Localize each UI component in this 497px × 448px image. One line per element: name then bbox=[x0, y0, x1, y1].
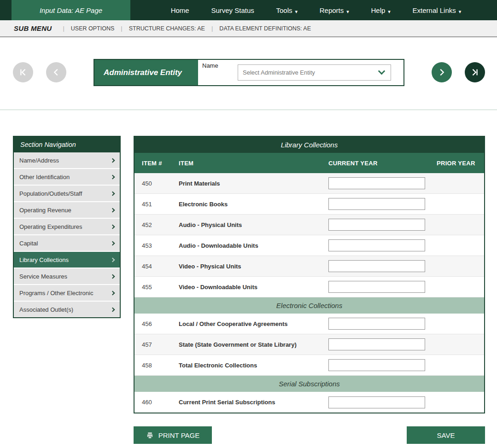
table-row-452: 452 Audio - Physical Units bbox=[134, 215, 484, 235]
section-header-serial-subscriptions: Serial Subscriptions bbox=[134, 376, 484, 392]
chevron-right-icon bbox=[111, 208, 115, 212]
caret-down-icon bbox=[388, 6, 391, 14]
sidebar-item-label: Associated Outlet(s) bbox=[19, 306, 73, 313]
submenu-user-options[interactable]: USER OPTIONS bbox=[71, 25, 114, 32]
record-nav-right-group bbox=[432, 59, 485, 82]
table-row-457: 457 State (State Government or State Lib… bbox=[134, 334, 484, 355]
sidebar-item-operating-expenditures[interactable]: Operating Expenditures bbox=[14, 219, 120, 234]
print-page-label: PRINT PAGE bbox=[158, 431, 199, 439]
sidebar-item-name-address[interactable]: Name/Address bbox=[14, 152, 120, 168]
sidebar-item-associated-outlets[interactable]: Associated Outlet(s) bbox=[14, 302, 120, 317]
submenu-separator: | bbox=[63, 25, 64, 32]
entity-form-area: Name Select Administrative Entity bbox=[198, 60, 403, 85]
item-label: Audio - Physical Units bbox=[179, 221, 328, 228]
sidebar-item-label: Operating Expenditures bbox=[19, 223, 82, 230]
submenu-data-element-definitions-ae[interactable]: DATA ELEMENT DEFINITIONS: AE bbox=[219, 25, 311, 32]
submenu-title: SUB MENU bbox=[14, 24, 52, 32]
nav-external-links-label: External Links bbox=[413, 6, 456, 14]
administrative-entity-select[interactable]: Select Administrative Entity bbox=[238, 64, 391, 81]
nav-home[interactable]: Home bbox=[171, 6, 189, 14]
nav-survey-status[interactable]: Survey Status bbox=[211, 6, 254, 14]
section-header-electronic-collections: Electronic Collections bbox=[134, 297, 484, 314]
first-record-icon bbox=[18, 67, 28, 77]
current-year-input-458[interactable] bbox=[328, 359, 425, 371]
nav-home-label: Home bbox=[171, 6, 189, 14]
sidebar-item-programs-other-electronic[interactable]: Programs / Other Electronic bbox=[14, 285, 120, 301]
chevron-right-icon bbox=[111, 274, 115, 279]
item-label: Current Print Serial Subscriptions bbox=[179, 399, 328, 406]
caret-down-icon bbox=[295, 6, 298, 14]
sub-menu-bar: SUB MENU | USER OPTIONS | STRUCTURE CHAN… bbox=[0, 20, 497, 37]
select-value-text: Select Administrative Entity bbox=[243, 69, 315, 76]
item-number: 455 bbox=[142, 284, 179, 291]
sidebar-item-label: Name/Address bbox=[19, 157, 59, 164]
item-number: 460 bbox=[142, 399, 179, 406]
item-label: Total Electronic Collections bbox=[179, 362, 328, 369]
item-number: 452 bbox=[142, 221, 179, 228]
print-page-button[interactable]: PRINT PAGE bbox=[134, 426, 212, 444]
item-label: Electronic Books bbox=[179, 201, 328, 208]
table-title: Library Collections bbox=[134, 137, 484, 153]
main-content: Section Navigation Name/Address Other Id… bbox=[0, 110, 497, 413]
table-row-450: 450 Print Materials bbox=[134, 173, 484, 194]
table-header-row: ITEM # ITEM CURRENT YEAR PRIOR YEAR bbox=[134, 153, 484, 173]
chevron-right-icon bbox=[111, 257, 115, 262]
table-row-460: 460 Current Print Serial Subscriptions bbox=[134, 392, 484, 413]
table-row-458: 458 Total Electronic Collections bbox=[134, 355, 484, 376]
nav-help[interactable]: Help bbox=[371, 6, 390, 14]
printer-icon bbox=[146, 431, 154, 439]
item-label: Video - Downloadable Units bbox=[179, 284, 328, 291]
chevron-down-icon bbox=[378, 68, 386, 75]
chevron-left-icon bbox=[51, 67, 61, 77]
sidebar-item-label: Other Identification bbox=[19, 174, 70, 180]
sidebar-item-other-identification[interactable]: Other Identification bbox=[14, 169, 120, 185]
current-year-input-457[interactable] bbox=[328, 338, 425, 350]
item-label: Local / Other Cooperative Agreements bbox=[179, 320, 328, 327]
item-label: Audio - Downloadable Units bbox=[179, 242, 328, 249]
current-year-input-454[interactable] bbox=[328, 260, 425, 272]
tab-input-data-ae-page[interactable]: Input Data: AE Page bbox=[12, 0, 130, 20]
sidebar-item-label: Operating Revenue bbox=[19, 207, 71, 214]
chevron-right-icon bbox=[111, 158, 115, 163]
last-record-button[interactable] bbox=[465, 62, 485, 82]
submenu-structure-changes-ae[interactable]: STRUCTURE CHANGES: AE bbox=[129, 25, 205, 32]
column-header-item: ITEM bbox=[179, 160, 328, 167]
chevron-right-icon bbox=[111, 307, 115, 312]
save-label: SAVE bbox=[437, 431, 455, 439]
caret-down-icon bbox=[459, 6, 462, 14]
current-year-input-453[interactable] bbox=[328, 239, 425, 251]
column-header-current-year: CURRENT YEAR bbox=[328, 160, 437, 167]
page-actions: PRINT PAGE SAVE bbox=[134, 426, 485, 447]
item-number: 453 bbox=[142, 242, 179, 249]
previous-record-button[interactable] bbox=[46, 62, 66, 82]
sidebar-item-operating-revenue[interactable]: Operating Revenue bbox=[14, 202, 120, 218]
table-row-451: 451 Electronic Books bbox=[134, 194, 484, 215]
nav-reports[interactable]: Reports bbox=[320, 6, 349, 14]
current-year-input-451[interactable] bbox=[328, 198, 425, 210]
nav-tools[interactable]: Tools bbox=[276, 6, 298, 14]
current-year-input-452[interactable] bbox=[328, 219, 425, 231]
table-row-456: 456 Local / Other Cooperative Agreements bbox=[134, 314, 484, 334]
save-button[interactable]: SAVE bbox=[407, 426, 485, 444]
first-record-button[interactable] bbox=[13, 62, 33, 82]
item-number: 458 bbox=[142, 362, 179, 369]
current-year-input-455[interactable] bbox=[328, 281, 425, 293]
sidebar-item-capital[interactable]: Capital bbox=[14, 235, 120, 251]
sidebar-item-service-measures[interactable]: Service Measures bbox=[14, 268, 120, 284]
sidebar-item-label: Library Collections bbox=[19, 256, 69, 263]
caret-down-icon bbox=[346, 6, 349, 14]
current-year-input-450[interactable] bbox=[328, 177, 425, 189]
chevron-right-icon bbox=[111, 224, 115, 229]
next-record-button[interactable] bbox=[432, 62, 452, 82]
current-year-input-460[interactable] bbox=[328, 396, 425, 408]
sidebar-item-population-outlets-staff[interactable]: Population/Outlets/Staff bbox=[14, 186, 120, 201]
library-collections-table: Library Collections ITEM # ITEM CURRENT … bbox=[134, 136, 485, 413]
nav-external-links[interactable]: External Links bbox=[413, 6, 462, 14]
column-header-item-number: ITEM # bbox=[142, 160, 179, 167]
chevron-right-icon bbox=[111, 191, 115, 196]
sidebar-item-library-collections[interactable]: Library Collections bbox=[14, 252, 120, 268]
top-nav-bar: Input Data: AE Page Home Survey Status T… bbox=[0, 0, 497, 20]
item-label: Print Materials bbox=[179, 180, 328, 187]
current-year-input-456[interactable] bbox=[328, 318, 425, 330]
nav-tools-label: Tools bbox=[276, 6, 292, 14]
